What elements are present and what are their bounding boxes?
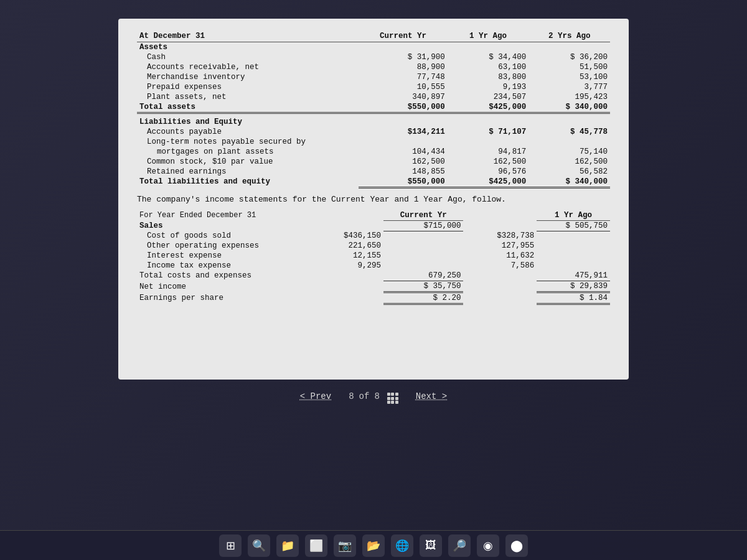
page-total: 8 [374,391,379,401]
is-header-1yr-main: 1 Yr Ago [537,210,610,221]
total-costs-label: Total costs and expenses [137,271,310,281]
taskbar-search2-button[interactable]: 🔎 [448,534,471,557]
is-sales-label: Sales [137,220,310,231]
asset-2yr-2: 53,100 [529,72,610,82]
taskbar-photos-button[interactable]: 🖼 [420,534,442,557]
is-row-0: Cost of goods sold $436,150 $328,738 [137,231,610,241]
liab-row-4: Retained earnings 148,855 96,576 56,582 [137,167,610,177]
is-1yr-sub-2: 11,632 [463,251,537,261]
liab-curr-4: 148,855 [359,167,448,177]
screen: At December 31 Current Yr 1 Yr Ago 2 Yrs… [0,0,747,560]
is-header-curr-main: Current Yr [383,210,463,221]
is-header-curr-sub: $715,000 [383,220,463,231]
taskbar-circle2-button[interactable]: ⬤ [505,534,528,557]
prev-button[interactable]: < Prev [295,389,336,404]
liab-row-2: mortgages on plant assets 104,434 94,817… [137,147,610,157]
total-costs-curr: 679,250 [383,271,463,281]
liab-curr-2: 104,434 [359,147,448,157]
total-assets-curr: $550,000 [359,102,448,113]
is-header-label: For Year Ended December 31 [137,210,310,221]
taskbar-app1-button[interactable]: ⬜ [305,534,327,557]
total-costs-1yr: 475,911 [537,271,610,281]
liab-curr-0: $134,211 [359,127,448,137]
is-header-row-2: Sales $715,000 $ 505,750 [137,220,610,231]
liab-label-1: Long-term notes payable secured by [137,137,359,147]
grid-icon[interactable] [387,388,398,404]
total-liab-2yr: $ 340,000 [529,177,610,188]
asset-1yr-1: 63,100 [448,62,529,72]
taskbar-folder-button[interactable]: 📂 [362,534,385,557]
next-button[interactable]: Next > [411,389,452,404]
assets-section-header: Assets [137,42,610,53]
liab-1yr-4: 96,576 [448,167,529,177]
taskbar-file-explorer-button[interactable]: 📁 [276,534,299,557]
net-income-label: Net income [137,281,310,292]
asset-curr-3: 10,555 [359,82,448,92]
liab-equity-header: Liabilities and Equity [137,117,610,127]
taskbar-search-button[interactable]: 🔍 [248,534,270,557]
is-row-2: Interest expense 12,155 11,632 [137,251,610,261]
total-liab-label: Total liabilities and equity [137,177,359,188]
asset-label-2: Merchandise inventory [137,72,359,82]
is-label-1: Other operating expenses [137,241,310,251]
total-assets-1yr: $425,000 [448,102,529,113]
bs-header-1yr: 1 Yr Ago [448,31,529,42]
is-label-0: Cost of goods sold [137,231,310,241]
page-info: 8 of 8 [349,388,398,404]
asset-label-1: Accounts receivable, net [137,62,359,72]
total-assets-label: Total assets [137,102,359,113]
eps-curr: $ 2.20 [383,292,463,304]
taskbar-browser-button[interactable]: 🌐 [391,534,413,557]
asset-curr-0: $ 31,900 [359,52,448,62]
total-assets-2yr: $ 340,000 [529,102,610,113]
bs-asset-row-4: Plant assets, net 340,897 234,507 195,42… [137,92,610,102]
assets-label: Assets [137,42,359,53]
bs-asset-row-2: Merchandise inventory 77,748 83,800 53,1… [137,72,610,82]
asset-2yr-3: 3,777 [529,82,610,92]
bs-asset-row-0: Cash $ 31,900 $ 34,400 $ 36,200 [137,52,610,62]
is-label-2: Interest expense [137,251,310,261]
grid-icon-visual [387,393,398,404]
liab-label-0: Accounts payable [137,127,359,137]
taskbar-camera-button[interactable]: 📷 [334,534,356,557]
liab-label-4: Retained earnings [137,167,359,177]
total-assets-row: Total assets $550,000 $425,000 $ 340,000 [137,102,610,113]
asset-label-0: Cash [137,52,359,62]
eps-1yr: $ 1.84 [537,292,610,304]
taskbar-windows-button[interactable]: ⊞ [219,534,242,557]
navigation-bar: < Prev 8 of 8 Next > [295,388,452,404]
net-income-curr: $ 35,750 [383,281,463,292]
liab-row-1: Long-term notes payable secured by [137,137,610,147]
asset-label-4: Plant assets, net [137,92,359,102]
intro-text: The company's income statements for the … [137,195,610,204]
liab-1yr-0: $ 71,107 [448,127,529,137]
is-1yr-sub-0: $328,738 [463,231,537,241]
eps-label: Earnings per share [137,292,310,304]
asset-2yr-0: $ 36,200 [529,52,610,62]
asset-label-3: Prepaid expenses [137,82,359,92]
is-1yr-sub-1: 127,955 [463,241,537,251]
total-liab-curr: $550,000 [359,177,448,188]
bs-header-2yr: 2 Yrs Ago [529,31,610,42]
asset-curr-1: 88,900 [359,62,448,72]
is-curr-sub-3: 9,295 [310,261,383,271]
asset-2yr-1: 51,500 [529,62,610,72]
eps-row: Earnings per share $ 2.20 $ 1.84 [137,292,610,304]
liab-1yr-3: 162,500 [448,157,529,167]
net-income-row: Net income $ 35,750 $ 29,839 [137,281,610,292]
is-curr-sub-0: $436,150 [310,231,383,241]
is-curr-sub-2: 12,155 [310,251,383,261]
content-area: At December 31 Current Yr 1 Yr Ago 2 Yrs… [118,19,629,380]
liab-2yr-2: 75,140 [529,147,610,157]
bs-header-curr: Current Yr [359,31,448,42]
page-current: 8 [349,391,354,401]
bs-asset-row-3: Prepaid expenses 10,555 9,193 3,777 [137,82,610,92]
taskbar-circle1-button[interactable]: ◉ [477,534,499,557]
asset-2yr-4: 195,423 [529,92,610,102]
taskbar: ⊞ 🔍 📁 ⬜ 📷 📂 🌐 🖼 🔎 ◉ ⬤ [0,530,747,560]
is-1yr-sub-3: 7,586 [463,261,537,271]
bs-header-label: At December 31 [137,31,359,42]
liab-label-2: mortgages on plant assets [137,147,359,157]
total-liab-1yr: $425,000 [448,177,529,188]
liab-curr-3: 162,500 [359,157,448,167]
